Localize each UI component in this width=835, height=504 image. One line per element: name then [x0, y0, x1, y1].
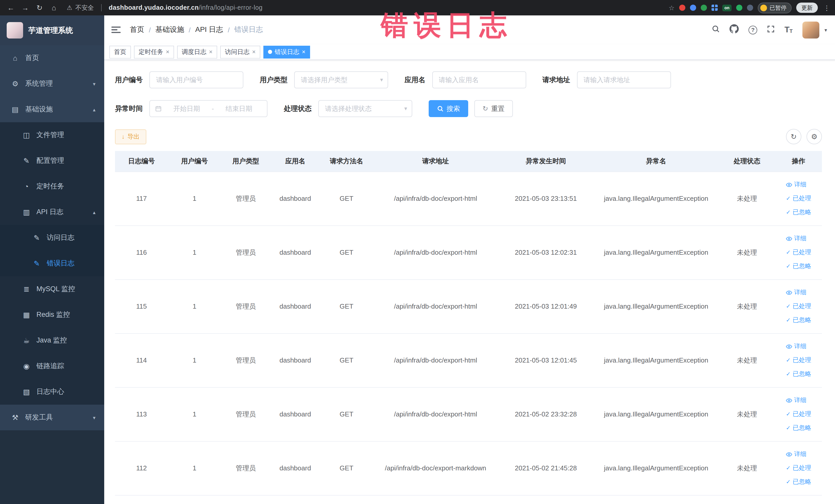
detail-link[interactable]: 详细: [786, 285, 811, 299]
forward-button[interactable]: →: [20, 2, 31, 13]
extension-icon-red[interactable]: [679, 5, 685, 11]
clock-icon: ◔: [22, 182, 31, 190]
processed-link[interactable]: ✓已处理: [786, 353, 811, 367]
extension-icon-leaf[interactable]: [736, 5, 742, 11]
browser-menu-icon[interactable]: ⋮: [823, 4, 830, 12]
sidebar-item-config-management[interactable]: ✎ 配置管理: [0, 148, 104, 174]
tab-access-log[interactable]: 访问日志 ×: [220, 45, 260, 58]
sidebar-item-access-log[interactable]: ✎ 访问日志: [0, 225, 104, 250]
processed-link[interactable]: ✓已处理: [786, 299, 811, 313]
active-tab-dot: [268, 50, 272, 54]
ignored-link[interactable]: ✓已忽略: [786, 205, 811, 219]
export-button[interactable]: ↓ 导出: [115, 129, 146, 144]
sidebar-item-java-monitor[interactable]: ☕ Java 监控: [0, 328, 104, 353]
check-icon: ✓: [786, 411, 791, 417]
infrastructure-submenu: ◫ 文件管理 ✎ 配置管理 ◔ 定时任务 ▥ API 日志 ▴ ✎: [0, 122, 104, 405]
detail-link[interactable]: 详细: [786, 339, 811, 353]
extension-icon-grid[interactable]: [712, 5, 718, 11]
sidebar-item-trace[interactable]: ◉ 链路追踪: [0, 353, 104, 379]
ignored-link[interactable]: ✓已忽略: [786, 475, 811, 489]
bookmark-star-icon[interactable]: ☆: [669, 4, 675, 12]
refresh-table-button[interactable]: ↻: [786, 129, 801, 144]
coffee-icon: ☕: [22, 336, 31, 345]
close-icon[interactable]: ×: [209, 49, 212, 55]
extension-icon-paw[interactable]: [747, 5, 753, 11]
process-status-select[interactable]: 请选择处理状态 ▾: [318, 100, 412, 117]
sidebar-item-system[interactable]: ⚙ 系统管理 ▾: [0, 71, 104, 97]
ignored-link[interactable]: ✓已忽略: [786, 259, 811, 273]
request-url-label: 请求地址: [543, 75, 570, 84]
tab-home[interactable]: 首页: [109, 45, 131, 58]
sidebar-item-dev-tools[interactable]: ⚒ 研发工具 ▾: [0, 405, 104, 430]
help-icon[interactable]: ?: [749, 25, 757, 34]
date-range-picker[interactable]: 开始日期 - 结束日期: [149, 100, 267, 117]
request-url-input[interactable]: [577, 72, 671, 88]
reload-button[interactable]: ↻: [34, 2, 45, 13]
caret-down-icon[interactable]: ▾: [824, 27, 827, 33]
font-size-icon[interactable]: TT: [785, 26, 793, 34]
redis-icon: ▦: [22, 311, 31, 319]
breadcrumb-home[interactable]: 首页: [130, 25, 144, 35]
eye-icon: [786, 289, 792, 296]
ignored-link[interactable]: ✓已忽略: [786, 313, 811, 327]
user-avatar[interactable]: [802, 21, 819, 38]
processed-link[interactable]: ✓已处理: [786, 461, 811, 475]
search-button[interactable]: 搜索: [429, 100, 468, 117]
sidebar-item-log-center[interactable]: ▧ 日志中心: [0, 379, 104, 405]
check-icon: ✓: [786, 196, 791, 201]
search-icon[interactable]: [712, 25, 720, 35]
sidebar-item-mysql-monitor[interactable]: ≣ MySQL 监控: [0, 276, 104, 302]
ignored-link[interactable]: ✓已忽略: [786, 421, 811, 435]
breadcrumb: 首页 / 基础设施 / API 日志 / 错误日志: [130, 25, 263, 35]
github-icon[interactable]: [730, 24, 739, 36]
hamburger-icon[interactable]: [111, 26, 121, 34]
detail-link[interactable]: 详细: [786, 178, 811, 191]
extension-icon-green[interactable]: [701, 5, 707, 11]
url-divider: [101, 4, 102, 11]
home-icon: ⌂: [11, 54, 20, 62]
close-icon[interactable]: ×: [302, 49, 305, 55]
processed-link[interactable]: ✓已处理: [786, 407, 811, 421]
tab-scheduled-tasks[interactable]: 定时任务 ×: [134, 45, 174, 58]
sidebar-item-home[interactable]: ⌂ 首页: [0, 45, 104, 71]
sidebar-item-error-log[interactable]: ✎ 错误日志: [0, 250, 104, 276]
user-id-input[interactable]: [149, 72, 243, 88]
sidebar-item-infrastructure[interactable]: ▤ 基础设施 ▴: [0, 97, 104, 122]
browser-update-button[interactable]: 更新: [796, 3, 818, 13]
processed-link[interactable]: ✓已处理: [786, 191, 811, 205]
back-button[interactable]: ←: [5, 2, 16, 13]
check-icon: ✓: [786, 425, 791, 431]
app-name-input[interactable]: [432, 72, 526, 88]
sidebar-item-redis-monitor[interactable]: ▦ Redis 监控: [0, 302, 104, 328]
sidebar-item-scheduled-tasks[interactable]: ◔ 定时任务: [0, 174, 104, 199]
breadcrumb-infrastructure[interactable]: 基础设施: [155, 25, 184, 35]
column-settings-button[interactable]: ⚙: [807, 129, 822, 144]
ignored-link[interactable]: ✓已忽略: [786, 367, 811, 381]
sidebar-item-file-management[interactable]: ◫ 文件管理: [0, 122, 104, 148]
breadcrumb-api-log[interactable]: API 日志: [195, 25, 223, 35]
detail-link[interactable]: 详细: [786, 231, 811, 245]
tab-dispatch-log[interactable]: 调度日志 ×: [177, 45, 217, 58]
address-bar[interactable]: dashboard.yudao.iocoder.cn/infra/log/api…: [109, 4, 263, 11]
extension-icon-blue[interactable]: [690, 5, 696, 11]
range-separator: -: [212, 105, 214, 113]
check-icon: ✓: [786, 303, 791, 309]
sidebar-menu: ⌂ 首页 ⚙ 系统管理 ▾ ▤ 基础设施 ▴ ◫ 文件管理 ✎ 配置管: [0, 45, 104, 430]
profile-paused-badge[interactable]: 已暂停: [758, 2, 792, 13]
close-icon[interactable]: ×: [252, 49, 256, 55]
extension-icon-on[interactable]: on: [722, 4, 732, 11]
tab-error-log[interactable]: 错误日志 ×: [263, 45, 310, 58]
user-type-select[interactable]: 请选择用户类型 ▾: [294, 72, 388, 88]
processed-link[interactable]: ✓已处理: [786, 245, 811, 259]
sidebar-item-api-log[interactable]: ▥ API 日志 ▴: [0, 199, 104, 225]
browser-home-button[interactable]: ⌂: [48, 2, 60, 13]
app-logo[interactable]: 芋道管理系统: [0, 15, 104, 45]
close-icon[interactable]: ×: [166, 49, 169, 55]
sidebar: 芋道管理系统 ⌂ 首页 ⚙ 系统管理 ▾ ▤ 基础设施 ▴ ◫ 文件管理: [0, 15, 104, 504]
fullscreen-icon[interactable]: [767, 25, 775, 35]
site-security[interactable]: ⚠ 不安全: [67, 3, 94, 12]
reset-button[interactable]: ↻ 重置: [474, 100, 513, 117]
detail-link[interactable]: 详细: [786, 447, 811, 461]
detail-link[interactable]: 详细: [786, 394, 811, 407]
filter-row-1: 用户编号 用户类型 请选择用户类型 ▾ 应用名 请求地址: [115, 72, 822, 88]
